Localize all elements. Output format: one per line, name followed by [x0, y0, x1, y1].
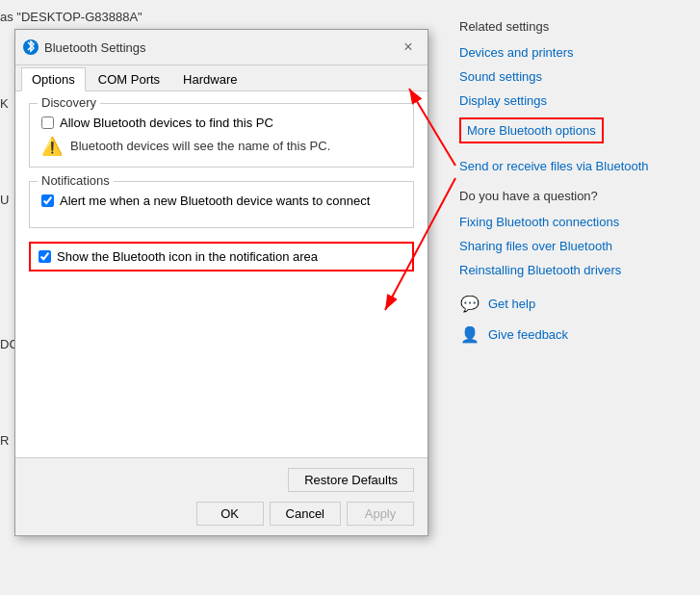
right-panel: Related settings Devices and printers So… [440, 0, 700, 595]
notifications-group-title: Notifications [38, 173, 114, 188]
sound-settings-link[interactable]: Sound settings [459, 69, 681, 84]
warning-text: Bluetooth devices will see the name of t… [70, 138, 330, 155]
bg-text-r: R [0, 433, 9, 448]
show-bluetooth-icon-checkbox[interactable] [39, 250, 51, 263]
display-settings-link[interactable]: Display settings [459, 93, 681, 108]
devices-printers-link[interactable]: Devices and printers [459, 45, 681, 60]
cancel-button[interactable]: Cancel [270, 502, 341, 526]
notification-area-row: Show the Bluetooth icon in the notificat… [29, 242, 414, 272]
allow-bluetooth-label: Allow Bluetooth devices to find this PC [60, 116, 273, 130]
more-bluetooth-options-link[interactable]: More Bluetooth options [459, 117, 604, 143]
dialog-buttons: OK Cancel Apply [29, 502, 414, 526]
discovery-group: Discovery Allow Bluetooth devices to fin… [29, 103, 414, 168]
give-feedback-item[interactable]: 👤 Give feedback [459, 323, 681, 345]
show-bluetooth-icon-label: Show the Bluetooth icon in the notificat… [57, 249, 318, 264]
alert-bluetooth-label: Alert me when a new Bluetooth device wan… [60, 194, 370, 208]
warning-row: ⚠️ Bluetooth devices will see the name o… [41, 138, 402, 155]
tab-hardware[interactable]: Hardware [172, 67, 247, 91]
dialog-title-text: Bluetooth Settings [44, 40, 146, 55]
bluetooth-icon [23, 39, 39, 55]
discovery-group-title: Discovery [38, 95, 100, 110]
ok-button[interactable]: OK [196, 502, 264, 526]
allow-bluetooth-checkbox[interactable] [41, 116, 54, 129]
related-settings-title: Related settings [459, 19, 681, 34]
bg-text-u: U [0, 193, 9, 207]
tab-com-ports[interactable]: COM Ports [88, 67, 170, 91]
discovery-group-content: Allow Bluetooth devices to find this PC … [41, 116, 402, 155]
tab-options[interactable]: Options [21, 67, 86, 91]
notifications-group-content: Alert me when a new Bluetooth device wan… [41, 194, 402, 208]
give-feedback-icon: 👤 [459, 323, 480, 345]
send-receive-bluetooth-link[interactable]: Send or receive files via Bluetooth [459, 159, 681, 173]
bg-text-k: K [0, 96, 9, 111]
dialog-title-left: Bluetooth Settings [23, 39, 146, 55]
alert-bluetooth-checkbox[interactable] [41, 194, 54, 207]
restore-defaults-button[interactable]: Restore Defaults [288, 468, 414, 492]
warning-icon: ⚠️ [41, 138, 63, 155]
get-help-item[interactable]: 💬 Get help [459, 293, 681, 314]
get-help-icon: 💬 [459, 293, 480, 314]
notifications-group: Notifications Alert me when a new Blueto… [29, 181, 414, 228]
dialog-titlebar: Bluetooth Settings × [15, 30, 428, 65]
give-feedback-link[interactable]: Give feedback [488, 327, 568, 342]
dialog-content: Discovery Allow Bluetooth devices to fin… [15, 91, 428, 457]
reinstalling-bluetooth-link[interactable]: Reinstalling Bluetooth drivers [459, 263, 681, 277]
alert-bluetooth-row: Alert me when a new Bluetooth device wan… [41, 194, 402, 208]
dialog-footer: Restore Defaults OK Cancel Apply [15, 457, 428, 535]
question-title: Do you have a question? [459, 189, 681, 203]
apply-button[interactable]: Apply [347, 502, 414, 526]
dialog-close-button[interactable]: × [397, 36, 420, 59]
dialog-tabs: Options COM Ports Hardware [15, 65, 428, 91]
allow-bluetooth-row: Allow Bluetooth devices to find this PC [41, 116, 402, 130]
bg-text-desktop: as "DESKTOP-G83888A" [0, 10, 143, 24]
fixing-bluetooth-link[interactable]: Fixing Bluetooth connections [459, 215, 681, 229]
sharing-bluetooth-link[interactable]: Sharing files over Bluetooth [459, 239, 681, 253]
get-help-link[interactable]: Get help [488, 297, 535, 311]
bluetooth-settings-dialog: Bluetooth Settings × Options COM Ports H… [14, 29, 428, 536]
restore-row: Restore Defaults [29, 468, 414, 492]
